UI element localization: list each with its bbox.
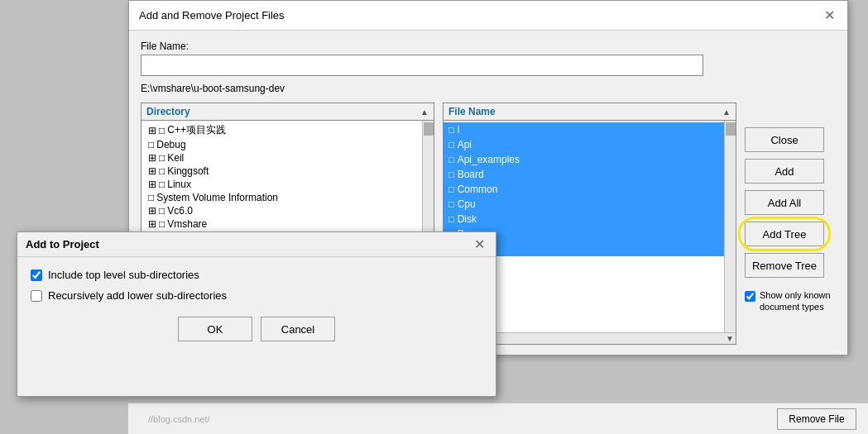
main-dialog-titlebar: Add and Remove Project Files ✕ [129, 1, 847, 31]
list-item[interactable]: ⊞ □ C++项目实践 [141, 122, 422, 138]
list-item[interactable]: ⊞ □ Kinggsoft [141, 165, 422, 178]
expand-icon: ⊞ [148, 165, 156, 177]
add-button[interactable]: Add [745, 159, 824, 184]
remove-file-button[interactable]: Remove File [777, 408, 856, 430]
file-name-input[interactable] [141, 55, 703, 76]
recursively-add-checkbox[interactable] [31, 290, 42, 302]
add-tree-button[interactable]: Add Tree [745, 222, 824, 246]
main-dialog-title: Add and Remove Project Files [139, 9, 285, 21]
folder-icon: □ [159, 152, 165, 164]
recursively-add-label: Recursively add lower sub-directories [48, 289, 227, 302]
list-item[interactable]: □ Board [444, 167, 724, 182]
list-item[interactable]: □ Disk [444, 212, 724, 227]
list-item[interactable]: □ System Volume Information [141, 191, 422, 204]
include-top-level-checkbox[interactable] [31, 269, 42, 281]
dir-item-label: Keil [167, 152, 184, 164]
filename-header-label: File Name [448, 106, 496, 117]
folder-icon: □ [159, 179, 165, 190]
bottom-bar: //blog.csdn.net/ Remove File [128, 403, 868, 434]
expand-icon: ⊞ [148, 205, 156, 217]
list-item[interactable]: ⊞ □ Linux [141, 178, 422, 191]
file-item-label: l [458, 124, 460, 136]
list-item[interactable]: □ Api_examples [444, 152, 724, 167]
sub-checkbox-row-1: Include top level sub-directories [31, 269, 482, 281]
file-name-row: File Name: [141, 41, 836, 76]
dir-item-label: Linux [167, 179, 191, 190]
list-item[interactable]: ⊞ □ Vmshare [141, 217, 422, 231]
expand-icon: ⊞ [148, 218, 156, 230]
expand-icon: ⊞ [148, 152, 156, 164]
folder-icon: □ [448, 214, 454, 224]
file-item-label: Api [458, 139, 472, 150]
folder-icon: □ [448, 125, 454, 135]
sub-dialog-body: Include top level sub-directories Recurs… [17, 257, 496, 353]
list-item[interactable]: ⊞ □ Keil [141, 151, 422, 165]
folder-icon: □ [448, 140, 454, 150]
list-item[interactable]: □ Api [444, 137, 724, 152]
buttons-panel: Close Add Add All Add Tree Remove Tree S… [745, 103, 836, 345]
close-button[interactable]: Close [745, 127, 824, 152]
directory-scroll-up-icon[interactable]: ▲ [420, 107, 429, 117]
list-item[interactable]: ⊞ □ Vc6.0 [141, 204, 422, 217]
add-all-button[interactable]: Add All [745, 190, 824, 215]
folder-icon: □ [148, 192, 154, 203]
dir-item-label: Debug [156, 139, 185, 150]
sub-dialog: Add to Project ✕ Include top level sub-d… [17, 231, 496, 397]
folder-icon: □ [448, 155, 454, 165]
scroll-down-icon[interactable]: ▼ [726, 334, 734, 343]
folder-icon: □ [448, 169, 454, 179]
sub-ok-button[interactable]: OK [178, 317, 252, 341]
sub-checkbox-row-2: Recursively add lower sub-directories [31, 289, 482, 302]
directory-list-header: Directory ▲ [141, 103, 434, 121]
show-known-row: Show only known document types [745, 289, 836, 313]
dir-item-label: C++项目实践 [167, 123, 226, 137]
dir-item-label: Vc6.0 [167, 205, 193, 217]
remove-tree-button[interactable]: Remove Tree [745, 253, 824, 278]
list-item[interactable]: □ l [444, 122, 724, 137]
sub-dialog-titlebar: Add to Project ✕ [17, 232, 496, 257]
directory-list: ⊞ □ C++项目实践 □ Debug ⊞ □ Keil [141, 121, 422, 246]
add-tree-wrapper: Add Tree [745, 222, 836, 246]
filename-list-header: File Name ▲ [444, 103, 736, 121]
expand-icon: ⊞ [148, 125, 156, 136]
folder-icon: □ [148, 139, 154, 150]
dir-item-label: Vmshare [167, 218, 207, 230]
filename-scroll-up-icon[interactable]: ▲ [722, 107, 731, 117]
main-dialog-close-button[interactable]: ✕ [821, 7, 837, 24]
folder-icon: □ [159, 218, 165, 230]
file-item-label: Disk [458, 213, 477, 225]
sub-dialog-title: Add to Project [26, 238, 99, 250]
folder-icon: □ [448, 199, 454, 209]
dir-item-label: Kinggsoft [167, 165, 209, 177]
folder-icon: □ [159, 125, 165, 136]
file-item-label: Board [458, 169, 484, 180]
folder-icon: □ [159, 165, 165, 177]
filename-scrollbar[interactable] [724, 121, 736, 332]
scrollbar-thumb-2[interactable] [726, 122, 736, 136]
directory-header-label: Directory [146, 106, 190, 117]
include-top-level-label: Include top level sub-directories [48, 269, 199, 281]
dir-item-label: System Volume Information [156, 192, 278, 203]
sub-dialog-buttons: OK Cancel [31, 317, 482, 341]
folder-icon: □ [159, 205, 165, 217]
list-item[interactable]: □ Debug [141, 138, 422, 151]
list-item[interactable]: □ Cpu [444, 197, 724, 212]
path-text: E:\vmshare\u-boot-samsung-dev [141, 83, 836, 94]
sub-dialog-close-button[interactable]: ✕ [471, 236, 487, 253]
file-item-label: Cpu [458, 198, 476, 210]
show-known-checkbox[interactable] [745, 291, 755, 302]
file-name-label: File Name: [141, 41, 836, 52]
folder-icon: □ [448, 184, 454, 194]
file-item-label: Common [458, 184, 498, 195]
scrollbar-thumb[interactable] [424, 122, 434, 136]
file-item-label: Api_examples [458, 154, 520, 165]
list-item[interactable]: □ Common [444, 182, 724, 197]
watermark-text: //blog.csdn.net/ [140, 414, 210, 424]
sub-cancel-button[interactable]: Cancel [261, 317, 335, 341]
show-known-label: Show only known document types [760, 289, 836, 313]
expand-icon: ⊞ [148, 179, 156, 190]
